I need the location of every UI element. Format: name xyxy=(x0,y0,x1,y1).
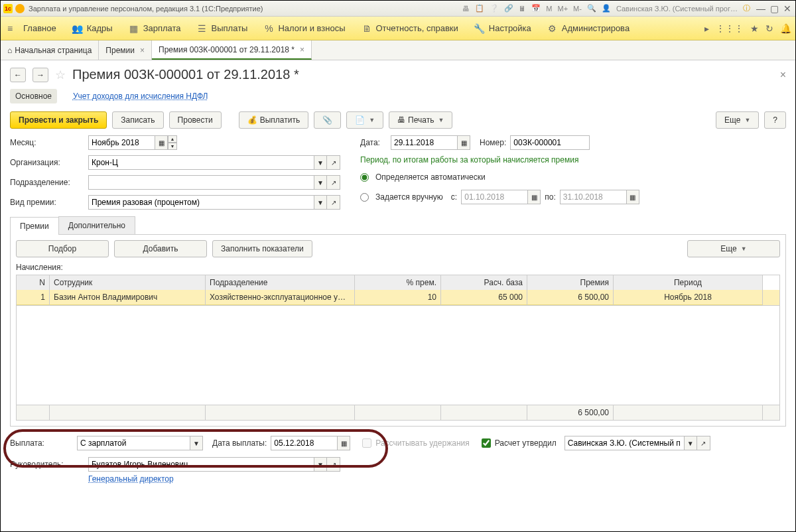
close-window-icon[interactable]: ✕ xyxy=(782,3,793,14)
tab-document[interactable]: Премия 00ЗК-000001 от 29.11.2018 *× xyxy=(152,40,312,60)
approver-input[interactable] xyxy=(564,436,684,450)
help-icon[interactable]: ❔ xyxy=(490,4,499,13)
approved-checkbox[interactable] xyxy=(482,438,491,448)
calendar-button[interactable]: ▦ xyxy=(457,135,470,150)
nav-hr[interactable]: 👥Кадры xyxy=(64,23,121,34)
panel-more-button[interactable]: Еще▼ xyxy=(687,240,780,257)
inner-tab-extra[interactable]: Дополнительно xyxy=(58,216,135,234)
dropdown-button[interactable]: ▼ xyxy=(314,175,327,190)
col-per[interactable]: Период xyxy=(614,275,763,290)
calendar-icon[interactable]: 📅 xyxy=(531,4,541,13)
maximize-icon[interactable]: ▢ xyxy=(769,3,779,14)
forward-button[interactable]: → xyxy=(33,68,48,82)
col-prem[interactable]: Премия xyxy=(527,275,614,290)
col-base[interactable]: Расч. база xyxy=(441,275,527,290)
payout-input[interactable] xyxy=(77,436,190,450)
minimize-icon[interactable]: — xyxy=(756,3,766,14)
dropdown-button[interactable]: ▼ xyxy=(684,436,697,450)
back-button[interactable]: ← xyxy=(10,68,26,82)
dropdown-button[interactable]: ▼ xyxy=(314,195,327,210)
pay-icon: 💰 xyxy=(247,115,257,125)
apps-icon[interactable]: ⋮⋮⋮ xyxy=(716,23,744,34)
paydate-input[interactable] xyxy=(271,436,337,450)
add-button[interactable]: Добавить xyxy=(114,240,207,257)
radio-manual-label: Задается вручную xyxy=(375,192,443,202)
nav-payments[interactable]: ☰Выплаты xyxy=(189,23,256,34)
bell-icon[interactable]: 🔔 xyxy=(780,23,791,34)
close-icon[interactable]: × xyxy=(140,46,145,55)
radio-manual[interactable] xyxy=(360,193,369,202)
col-n[interactable]: N xyxy=(17,275,50,290)
favorite-icon[interactable]: ☆ xyxy=(55,68,66,82)
info-icon[interactable]: ⓘ xyxy=(743,3,750,13)
menu-icon[interactable]: ≡ xyxy=(5,23,15,34)
pick-button[interactable]: Подбор xyxy=(16,240,109,257)
tab-premii[interactable]: Премии× xyxy=(99,40,152,60)
more-button[interactable]: Еще▼ xyxy=(716,111,759,129)
history-icon[interactable]: ↻ xyxy=(765,23,773,34)
app-menu-icon[interactable] xyxy=(15,4,25,13)
pay-button[interactable]: 💰Выплатить xyxy=(239,111,309,129)
m-minus-label[interactable]: M- xyxy=(573,5,582,13)
post-and-close-button[interactable]: Провести и закрыть xyxy=(10,111,107,129)
save-button[interactable]: Записать xyxy=(112,111,163,129)
calendar-button[interactable]: ▦ xyxy=(155,135,168,150)
head-input[interactable] xyxy=(88,457,314,472)
col-dep[interactable]: Подразделение xyxy=(206,275,355,290)
inner-tab-premii[interactable]: Премии xyxy=(10,217,59,235)
chevron-right-icon[interactable]: ▸ xyxy=(704,23,709,34)
fill-button[interactable]: Заполнить показатели xyxy=(212,240,312,257)
dropdown-button[interactable]: ▼ xyxy=(314,457,327,472)
close-page-icon[interactable]: × xyxy=(780,69,786,81)
clipboard-icon[interactable]: 📋 xyxy=(475,4,484,13)
post-button[interactable]: Провести xyxy=(169,111,222,129)
subnav-ndfl[interactable]: Учет доходов для исчисления НДФЛ xyxy=(68,89,214,103)
calc-icon[interactable]: 🖩 xyxy=(519,5,526,13)
nav-salary[interactable]: ▦Зарплата xyxy=(121,23,189,34)
nav-reports[interactable]: 🗎Отчетность, справки xyxy=(354,23,466,34)
month-up[interactable]: ▲ xyxy=(168,135,177,143)
m-plus-label[interactable]: M+ xyxy=(557,5,568,13)
tab-home[interactable]: ⌂Начальная страница xyxy=(1,40,99,60)
help-button[interactable]: ? xyxy=(764,111,786,129)
people-icon: 👥 xyxy=(72,23,83,34)
attach-button[interactable]: 📎 xyxy=(314,111,341,129)
search-icon[interactable]: 🔍 xyxy=(587,4,596,13)
open-button[interactable]: ↗ xyxy=(327,155,340,170)
month-input[interactable] xyxy=(88,135,155,150)
close-icon[interactable]: × xyxy=(300,45,304,54)
open-button[interactable]: ↗ xyxy=(327,175,340,190)
subnav-main[interactable]: Основное xyxy=(10,89,57,103)
org-input[interactable] xyxy=(88,155,314,170)
print-icon[interactable]: 🖶 xyxy=(462,5,470,13)
nav-settings[interactable]: 🔧Настройка xyxy=(466,23,539,34)
nav-admin[interactable]: ⚙Администрирова xyxy=(539,23,637,34)
nav-taxes[interactable]: %Налоги и взносы xyxy=(255,23,353,34)
dropdown-button[interactable]: ▼ xyxy=(314,155,327,170)
table-row[interactable]: 1 Базин Антон Владимирович Хозяйственно-… xyxy=(17,290,779,305)
radio-auto[interactable] xyxy=(360,173,369,182)
open-button[interactable]: ↗ xyxy=(327,457,340,472)
to-label: по: xyxy=(545,192,556,202)
head-title-link[interactable]: Генеральный директор xyxy=(88,474,174,484)
calendar-button[interactable]: ▦ xyxy=(337,436,350,450)
date-input[interactable] xyxy=(391,135,457,150)
create-basis-button[interactable]: 📄▼ xyxy=(346,111,383,129)
col-emp[interactable]: Сотрудник xyxy=(50,275,206,290)
num-input[interactable] xyxy=(510,135,590,150)
dropdown-button[interactable]: ▼ xyxy=(190,436,203,450)
link-icon[interactable]: 🔗 xyxy=(504,4,513,13)
user-name[interactable]: Савинская З.Ю. (Системный прог… xyxy=(616,5,738,13)
open-button[interactable]: ↗ xyxy=(697,436,710,450)
dep-input[interactable] xyxy=(88,175,314,190)
m-label[interactable]: M xyxy=(546,5,552,13)
star-nav-icon[interactable]: ★ xyxy=(750,23,759,34)
month-down[interactable]: ▼ xyxy=(168,143,177,150)
type-input[interactable] xyxy=(88,195,314,210)
open-button[interactable]: ↗ xyxy=(327,195,340,210)
table-empty-area[interactable] xyxy=(17,305,779,405)
period-title: Период, по итогам работы за который начи… xyxy=(360,155,639,165)
nav-main[interactable]: Главное xyxy=(15,23,64,33)
print-button[interactable]: 🖶Печать▼ xyxy=(389,111,452,129)
col-pct[interactable]: % прем. xyxy=(355,275,441,290)
